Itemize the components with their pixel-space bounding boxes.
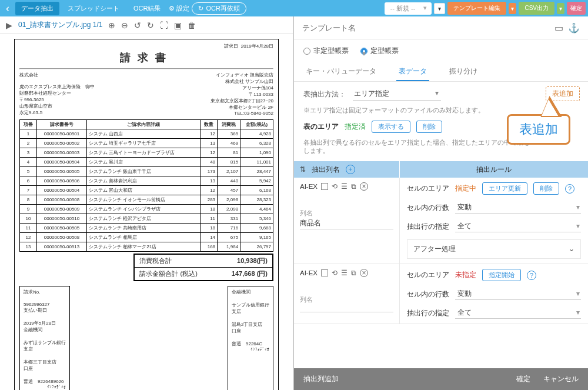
delete-row-icon[interactable]: × (360, 269, 368, 277)
re-ocr-button[interactable]: ↻ OCR再依頼 (192, 2, 246, 15)
right-panel: ▭ ⚓ 非定型帳票 定型帳票 キー・バリューデータ 表データ 振り分け 表追加 … (294, 16, 588, 390)
radio-atypical[interactable]: 非定型帳票 (303, 46, 349, 56)
table-row: 700000050-00504システム 富山大和店124576,168 (20, 186, 273, 195)
crop-icon[interactable]: ⛶ (160, 21, 168, 30)
area-delete-button[interactable]: 削除 (416, 121, 442, 133)
rotate-cw-icon[interactable]: ↻ (147, 21, 154, 30)
back-button[interactable]: ‹ (2, 2, 13, 15)
template-edit-button[interactable]: テンプレート編集 (447, 2, 506, 15)
play-icon[interactable]: ▶ (6, 21, 12, 30)
rule-checkbox[interactable] (321, 183, 328, 190)
rotate-ccw-icon[interactable]: ↺ (134, 21, 141, 30)
filename-label: 01_請求書サンプル.jpg 1/1 (18, 20, 102, 30)
rule-name: AI-EX⟲☰⧉× (300, 269, 393, 277)
loop-icon[interactable]: ⟲ (332, 182, 338, 191)
add-column-icon[interactable]: + (346, 165, 355, 174)
table-row: 100000050-00501システム 山西店123654,928 (20, 129, 273, 139)
cancel-button[interactable]: キャンセル (543, 374, 579, 384)
list-icon[interactable]: ☰ (341, 269, 348, 277)
table-row: 400000050-00504システム 黒川店4881511,001 (20, 158, 273, 167)
document-viewer[interactable]: 請求日 2019年4月28日 請求書 株式会社 虎のエクスプレス東上海保険 御中… (0, 34, 293, 390)
cell-area-btn1[interactable]: エリア更新 (482, 182, 527, 195)
after-processing[interactable]: アフター処理⌄ (407, 239, 581, 259)
table-row: 500000050-00505システムランチ 飯山東千千店1732,10728,… (20, 167, 273, 176)
subtab-sort[interactable]: 振り分け (447, 62, 480, 81)
table-row: 1000000050-00510システムランチ 軽沢アピタ店113315,346 (20, 214, 273, 224)
area-label: 表のエリア (303, 122, 339, 132)
invoice-table: 項番請求書番号ご請求内容詳細数量消費税金額(税込) 100000050-0050… (19, 119, 273, 252)
pick-select[interactable]: 全て (455, 307, 581, 319)
add-extract-col-button[interactable]: 抽出列追加 (303, 374, 339, 384)
copy-icon[interactable]: ⧉ (351, 269, 356, 277)
tab-ocr-result[interactable]: OCR結果 (128, 2, 166, 15)
table-row: 800000050-00508システムランチ イオンモール前橋店2832,098… (20, 195, 273, 205)
help-icon[interactable]: ? (565, 184, 574, 194)
template-edit-dd[interactable]: ▾ (509, 3, 516, 14)
csv-export-dd[interactable]: ▾ (557, 3, 564, 14)
list-icon[interactable]: ☰ (341, 182, 348, 191)
method-label: 表抽出方法： (303, 89, 346, 99)
left-panel: ▶ 01_請求書サンプル.jpg 1/1 ⊕ ⊖ ↺ ↻ ⛶ ▣ 🗑 請求日 2… (0, 16, 294, 390)
template-name-input[interactable] (302, 24, 550, 32)
rule-label: 抽出ルール (400, 162, 588, 178)
table-row: 300000050-00503システム 三島イトーヨーカドープラザ店12811,… (20, 148, 273, 158)
column-name-input[interactable] (300, 304, 393, 312)
trash-icon[interactable]: 🗑 (188, 21, 196, 30)
template-select-dd[interactable]: ▾ (434, 3, 445, 14)
rows-select[interactable]: 変動 (455, 202, 581, 214)
invoice-title: 請求書 (19, 51, 273, 65)
zoom-out-icon[interactable]: ⊖ (121, 21, 128, 30)
sort-icon[interactable]: ⇅ (300, 165, 306, 174)
pick-select[interactable]: 全て (455, 221, 581, 232)
col-name-label: 抽出列名 (312, 165, 340, 174)
delete-row-icon[interactable]: × (360, 182, 368, 191)
cell-area-btn1[interactable]: 指定開始 (482, 269, 521, 281)
method-select[interactable]: エリア指定 (353, 88, 441, 101)
anchor-icon[interactable]: ⚓ (568, 22, 580, 34)
rule-checkbox[interactable] (321, 269, 328, 276)
radio-typical[interactable]: 定型帳票 (360, 46, 399, 56)
rules-list: AI-EX⟲☰⧉×列名商品名セルのエリア指定中エリア更新削除?セル内の行数変動抽… (294, 178, 588, 324)
cell-area-btn2[interactable]: 削除 (533, 182, 559, 195)
doc-toolbar: ▶ 01_請求書サンプル.jpg 1/1 ⊕ ⊖ ↺ ↻ ⛶ ▣ 🗑 (0, 16, 293, 34)
area-show-button[interactable]: 表示する (372, 121, 410, 133)
image-icon[interactable]: ▣ (174, 21, 182, 30)
area-status: 指定済 (345, 122, 366, 132)
column-name-input[interactable]: 商品名 (300, 218, 393, 229)
help-icon[interactable]: ? (527, 271, 536, 280)
table-row: 1300000050-00513システムランチ 柏林マーク21店1681,984… (20, 242, 273, 252)
subtab-table[interactable]: 表データ (396, 62, 429, 81)
confirm-button[interactable]: 確定 (567, 2, 586, 15)
table-row: 900000050-00509システムランチ イシバシプラザ店182,0984,… (20, 205, 273, 214)
table-row: 200000050-00502システム 埼玉ギャラリア七千店134696,328 (20, 139, 273, 148)
copy-icon[interactable]: ⧉ (351, 182, 356, 191)
top-bar: ‹ データ抽出 スプレッドシート OCR結果 ⚙ 設定 ↻ OCR再依頼 -- … (0, 0, 588, 16)
subtab-kv[interactable]: キー・バリューデータ (303, 62, 379, 81)
tab-data-extract[interactable]: データ抽出 (15, 2, 59, 15)
add-table-callout: 表追加 (507, 114, 570, 145)
rule-name: AI-EX⟲☰⧉× (300, 182, 393, 191)
column-header: ⇅ 抽出列名 + 抽出ルール (294, 161, 588, 178)
chevron-down-icon: ⌄ (569, 245, 574, 254)
tab-spreadsheet[interactable]: スプレッドシート (62, 2, 125, 15)
invoice: 請求日 2019年4月28日 請求書 株式会社 虎のエクスプレス東上海保険 御中… (14, 39, 279, 390)
table-row: 1200000050-00508システムランチ 相馬店146759,165 (20, 233, 273, 242)
rect-icon[interactable]: ▭ (554, 22, 563, 34)
loop-icon[interactable]: ⟲ (332, 269, 338, 277)
table-row: 600000050-00506システム 善林岩沢利店134405,942 (20, 176, 273, 186)
settings-link[interactable]: ⚙ 設定 (169, 4, 189, 13)
table-row: 1100000050-00505システムランチ 高崎南用店187169,668 (20, 224, 273, 233)
confirm-button-bottom[interactable]: 確定 (516, 374, 530, 384)
template-select[interactable]: -- 新規 -- (385, 2, 432, 15)
csv-export-button[interactable]: CSV出力 (519, 2, 554, 15)
bottom-bar: 抽出列追加 確定 キャンセル (294, 368, 588, 390)
zoom-in-icon[interactable]: ⊕ (108, 21, 115, 30)
rows-select[interactable]: 変動 (455, 288, 581, 300)
